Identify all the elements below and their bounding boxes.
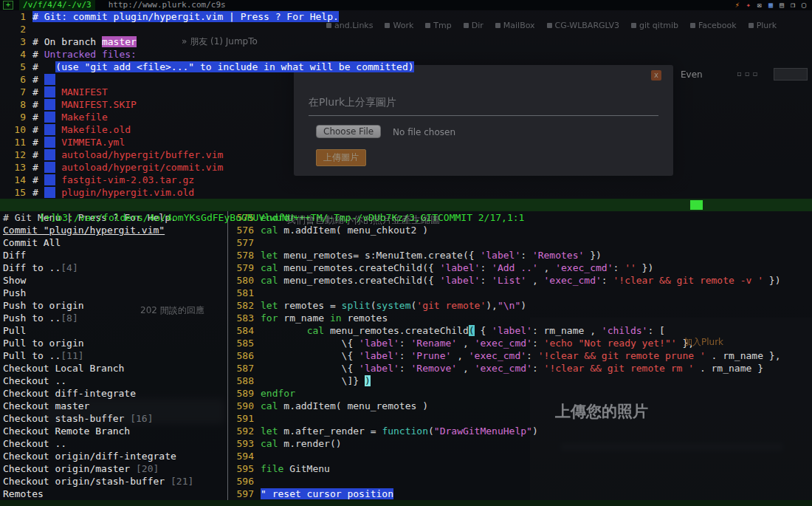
commit-buffer-line[interactable]: 8# MANIFEST.SKIP xyxy=(0,98,812,111)
line-number: 582 xyxy=(228,299,261,312)
git-menu-item[interactable]: Checkout .. xyxy=(0,437,227,450)
code-line[interactable]: 576cal m.addItem( menu_chkout2 ) xyxy=(228,224,812,236)
text-segment: " reset cursor position xyxy=(261,488,393,499)
line-number: 586 xyxy=(228,349,261,362)
git-menu-item[interactable]: Diff to ..[4] xyxy=(0,261,227,274)
git-menu-item[interactable]: Checkout Remote Branch xyxy=(0,425,227,437)
text-segment: }) xyxy=(763,275,780,286)
commit-buffer-line[interactable]: 14# fastgit-vim-2.03.tar.gz xyxy=(0,174,812,186)
line-text: # (use "git add <file>..." to include in… xyxy=(32,61,414,73)
git-menu-item[interactable]: Pull xyxy=(0,324,227,337)
code-line[interactable]: 597" reset cursor position xyxy=(228,488,812,500)
terminal-window: + /v/f/4/4/-/v/3 http://www.plurk.com/c9… xyxy=(0,0,812,506)
commit-buffer-line[interactable]: 1# Git: commit plugin/hypergit.vim | Pre… xyxy=(0,10,812,23)
commit-buffer-line[interactable]: 9# Makefile xyxy=(0,111,812,123)
text-segment: (use "git add <file>..." to include in w… xyxy=(55,61,413,72)
git-menu-item[interactable]: Pull to origin xyxy=(0,337,227,349)
code-line[interactable]: 579cal menu_remotes.createChild({ 'label… xyxy=(228,261,812,274)
code-line[interactable]: 592let m.after_render = function("DrawGi… xyxy=(228,425,812,437)
text-segment: function xyxy=(382,425,428,437)
code-line[interactable]: 577 xyxy=(228,236,812,249)
commit-buffer-line[interactable]: 4# Untracked files: xyxy=(0,48,812,61)
line-text: # Makefile.old xyxy=(32,123,131,136)
code-line[interactable]: 594 xyxy=(228,450,812,462)
commit-buffer-line[interactable]: 10# Makefile.old xyxy=(0,123,812,136)
text-segment: 'exec_cmd' xyxy=(544,275,602,286)
commit-buffer-line[interactable]: 2 xyxy=(0,23,812,35)
code-line[interactable]: 589endfor xyxy=(228,387,812,400)
git-menu-item[interactable]: Remotes xyxy=(0,488,227,500)
mail-icon[interactable]: ✉ xyxy=(757,0,762,10)
line-text: # autoload/hypergit/commit.vim xyxy=(32,161,223,174)
code-line[interactable]: 584 cal menu_remotes.createChild( { 'lab… xyxy=(228,324,812,337)
git-menu-item[interactable]: Push to ..[8] xyxy=(0,312,227,324)
git-menu-item[interactable]: Checkout stash-buffer [16] xyxy=(0,412,227,425)
commit-buffer-line[interactable]: 7# MANIFEST xyxy=(0,86,812,98)
git-menu-item[interactable]: Checkout origin/diff-integrate xyxy=(0,450,227,462)
git-menu-item[interactable]: Push xyxy=(0,287,227,299)
line-text: # On branch master xyxy=(32,35,137,48)
code-line[interactable]: 587 \{ 'label': 'Remove' , 'exec_cmd': '… xyxy=(228,362,812,375)
text-segment: menu_remotes.createChild xyxy=(324,325,469,336)
code-line[interactable]: 595file GitMenu xyxy=(228,462,812,475)
line-text: \{ 'label': 'Prune' , 'exec_cmd': '!clea… xyxy=(261,349,780,362)
menu-item-label: Checkout .. xyxy=(3,437,66,450)
star-icon[interactable]: ✦ xyxy=(746,0,751,10)
commit-buffer-line[interactable]: 11# VIMMETA.yml xyxy=(0,136,812,148)
menu-item-id: [16] xyxy=(130,412,153,425)
commit-buffer-line[interactable]: 13# autoload/hypergit/commit.vim xyxy=(0,161,812,174)
text-segment: , xyxy=(457,338,474,349)
git-menu-item[interactable]: Checkout Local Branch xyxy=(0,362,227,375)
commit-buffer-line[interactable]: 15# plugin/hypergit.vim.old xyxy=(0,186,812,199)
code-line[interactable]: 578let menu_remotes= s:MenuItem.create({… xyxy=(228,249,812,261)
line-number: 597 xyxy=(228,488,261,500)
code-line[interactable]: 590cal m.addItem( menu_remotes ) xyxy=(228,400,812,412)
line-number: 589 xyxy=(228,387,261,400)
menu-item-label: Diff to .. xyxy=(3,261,61,274)
text-segment: ), xyxy=(486,300,498,311)
flash-icon[interactable]: ⚡ xyxy=(735,0,740,10)
close-window-icon[interactable]: ▢ xyxy=(802,0,806,10)
git-menu-item[interactable]: Checkout .. xyxy=(0,375,227,387)
line-number: 3 xyxy=(0,35,32,48)
git-menu-item[interactable]: Show xyxy=(0,274,227,287)
new-tab-button[interactable]: + xyxy=(3,1,13,10)
commit-buffer-line[interactable]: 3# On branch master xyxy=(0,35,812,48)
code-line[interactable]: 580cal menu_remotes.createChild({ 'label… xyxy=(228,274,812,287)
line-text: \]} ) xyxy=(261,375,371,387)
code-line[interactable]: 596 xyxy=(228,475,812,488)
git-menu-item[interactable]: Checkout origin/master [20] xyxy=(0,462,227,475)
terminal-tab-title[interactable]: /v/f/4/4/-/v/3 xyxy=(19,0,95,10)
window-restore-icon[interactable]: ❐ xyxy=(791,0,795,10)
menu-item-label: Pull to origin xyxy=(3,337,84,349)
text-segment: m.addItem( menu_remotes ) xyxy=(278,400,428,411)
line-text: file GitMenu xyxy=(261,462,330,475)
commit-buffer-line[interactable]: 12# autoload/hypergit/buffer.vim xyxy=(0,148,812,161)
code-line[interactable]: 591 xyxy=(228,412,812,425)
git-menu-item[interactable]: Checkout master xyxy=(0,400,227,412)
git-menu-item[interactable]: Diff xyxy=(0,249,227,261)
code-line[interactable]: 582let remotes = split(system('git remot… xyxy=(228,299,812,312)
git-menu-item[interactable]: Push to origin xyxy=(0,299,227,312)
code-line[interactable]: 581 xyxy=(228,287,812,299)
text-segment: '!clear && git remote rm ' xyxy=(544,363,695,374)
code-line[interactable]: 586 \{ 'label': 'Prune' , 'exec_cmd': '!… xyxy=(228,349,812,362)
line-text: " reset cursor position xyxy=(261,488,393,500)
git-menu-item[interactable]: Checkout diff-integrate xyxy=(0,387,227,400)
text-segment: let xyxy=(261,425,278,437)
code-line[interactable]: 585 \{ 'label': 'Rename' , 'exec_cmd': '… xyxy=(228,337,812,349)
text-segment xyxy=(261,325,307,336)
code-line[interactable]: 593cal m.render() xyxy=(228,437,812,450)
git-menu-item[interactable]: Pull to ..[11] xyxy=(0,349,227,362)
text-segment: 'Remove' xyxy=(411,363,458,374)
commit-buffer-line[interactable]: 6# xyxy=(0,73,812,86)
git-menu-item[interactable]: Commit All xyxy=(0,236,227,249)
text-segment: Makefile xyxy=(61,112,108,123)
list-icon[interactable]: ▤ xyxy=(780,0,784,10)
commit-buffer-line[interactable]: 5# (use "git add <file>..." to include i… xyxy=(0,61,812,73)
git-menu-item[interactable]: Checkout origin/stash-buffer [21] xyxy=(0,475,227,488)
grid-icon[interactable]: ▦ xyxy=(768,0,773,10)
text-segment: in xyxy=(330,312,342,324)
code-line[interactable]: 583for rm_name in remotes xyxy=(228,312,812,324)
code-line[interactable]: 588 \]} ) xyxy=(228,375,812,387)
